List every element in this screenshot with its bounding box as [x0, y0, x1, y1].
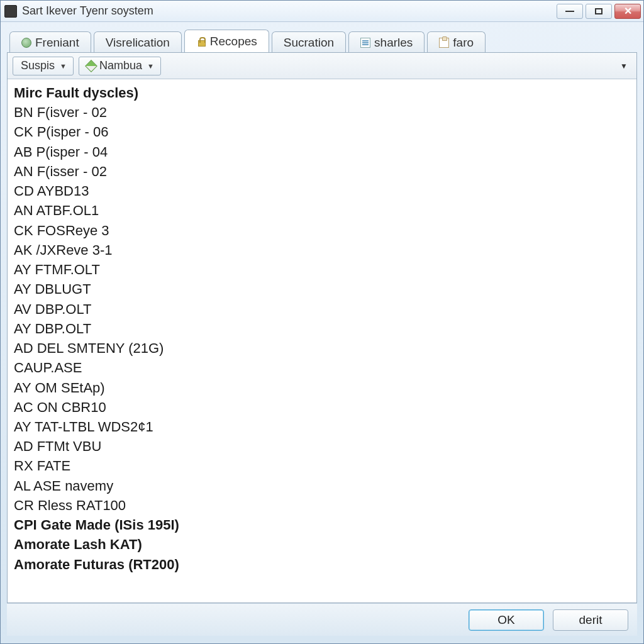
list-item[interactable]: RX FATE: [14, 456, 630, 475]
tab-visrelication[interactable]: Visrelication: [94, 31, 182, 53]
maximize-button[interactable]: [586, 4, 612, 19]
list-item[interactable]: CR Rless RAT100: [14, 496, 630, 515]
chevron-down-icon: ▼: [60, 62, 67, 70]
ok-button[interactable]: OK: [469, 609, 544, 631]
list-item[interactable]: AY FTMF.OLT: [14, 260, 630, 279]
list-item[interactable]: CD AYBD13: [14, 181, 630, 201]
list-item[interactable]: AD FTMt VBU: [14, 436, 630, 456]
list-item[interactable]: CPI Gate Made (ISis 195I): [14, 515, 630, 535]
tab-label: Visrelication: [106, 36, 170, 50]
list-item[interactable]: Amorate Futuras (RT200): [14, 555, 630, 574]
list-item[interactable]: AB P(isper - 04: [14, 142, 630, 162]
list-item[interactable]: Mirc Fault dyscles): [14, 83, 630, 103]
tab-panel: Suspis ▼ Nambua ▼ ▼ Mirc Fault dyscles)B…: [7, 52, 637, 603]
list-item[interactable]: AK /JXReve 3-1: [14, 240, 630, 260]
list-item[interactable]: BN F(isver - 02: [14, 103, 630, 122]
list-item[interactable]: CK P(isper - 06: [14, 122, 630, 142]
lock-icon: [196, 36, 206, 47]
list-item[interactable]: AN F(isser - 02: [14, 162, 630, 181]
minimize-icon: [565, 11, 574, 12]
clip-icon: [439, 38, 449, 48]
window-title: Sart Ikever Tyenr soystem: [22, 4, 557, 18]
list-item[interactable]: AD DEL SMTENY (21G): [14, 338, 630, 358]
tab-sharles[interactable]: sharles: [348, 31, 425, 53]
close-icon: ✕: [624, 6, 632, 16]
list-item[interactable]: AV DBP.OLT: [14, 299, 630, 319]
ok-button-label: OK: [497, 613, 514, 627]
filter-dropdown-2-label: Nambua: [99, 59, 142, 72]
filter-dropdown-2[interactable]: Nambua ▼: [79, 57, 161, 75]
list-item[interactable]: CK FOSReye 3: [14, 221, 630, 240]
chevron-down-icon: ▼: [147, 62, 154, 70]
app-window: Sart Ikever Tyenr soystem ✕ FreniantVisr…: [0, 0, 644, 644]
tab-label: Sucration: [284, 36, 334, 50]
list-item[interactable]: CAUP.ASE: [14, 358, 630, 377]
filter-dropdown-1-label: Suspis: [21, 59, 55, 72]
panel-menu-button[interactable]: ▼: [616, 58, 631, 74]
list-item[interactable]: AY OM SEtAp): [14, 378, 630, 397]
tab-label: Recopes: [210, 35, 257, 48]
globe-icon: [21, 38, 31, 48]
tab-freniant[interactable]: Freniant: [9, 31, 91, 53]
list-item[interactable]: AL ASE navemy: [14, 476, 630, 496]
client-area: FreniantVisrelicationRecopesSucrationsha…: [1, 22, 643, 643]
pencil-icon: [85, 60, 97, 72]
app-icon: [4, 5, 17, 18]
tab-recopes[interactable]: Recopes: [184, 30, 269, 52]
cancel-button[interactable]: derit: [553, 609, 628, 631]
tab-label: Freniant: [35, 36, 79, 50]
cancel-button-label: derit: [579, 613, 602, 627]
doc-icon: [360, 38, 370, 48]
list-item[interactable]: Amorate Lash KAT): [14, 535, 630, 554]
panel-toolbar: Suspis ▼ Nambua ▼ ▼: [8, 53, 636, 79]
tab-label: sharles: [374, 36, 413, 50]
list-item[interactable]: AY TAT-LTBL WDS2¢1: [14, 417, 630, 436]
close-button[interactable]: ✕: [614, 4, 641, 19]
minimize-button[interactable]: [557, 4, 583, 19]
list-item[interactable]: AY DBLUGT: [14, 279, 630, 299]
tabstrip: FreniantVisrelicationRecopesSucrationsha…: [7, 28, 637, 52]
tab-faro[interactable]: faro: [427, 31, 486, 53]
maximize-icon: [595, 8, 602, 14]
list-item[interactable]: AC ON CBR10: [14, 397, 630, 417]
tab-sucration[interactable]: Sucration: [272, 31, 346, 53]
filter-dropdown-1[interactable]: Suspis ▼: [13, 57, 74, 75]
tab-label: faro: [453, 36, 474, 50]
list-item[interactable]: AY DBP.OLT: [14, 319, 630, 338]
dialog-footer: OK derit: [7, 603, 637, 636]
titlebar: Sart Ikever Tyenr soystem ✕: [1, 1, 643, 22]
item-list[interactable]: Mirc Fault dyscles)BN F(isver - 02CK P(i…: [8, 79, 636, 602]
list-item[interactable]: AN ATBF.OL1: [14, 201, 630, 220]
window-controls: ✕: [557, 4, 641, 19]
